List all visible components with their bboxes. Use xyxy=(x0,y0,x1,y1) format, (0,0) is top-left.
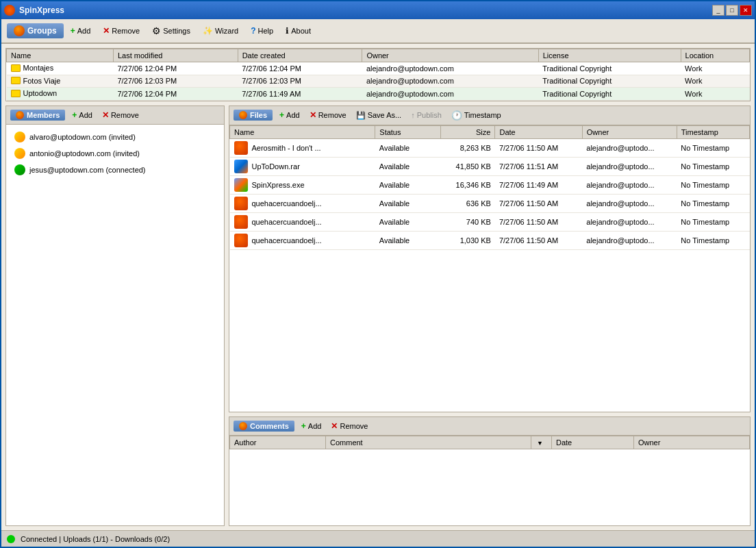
group-location-cell: Work xyxy=(681,88,749,101)
files-col-timestamp[interactable]: Timestamp xyxy=(677,125,749,138)
files-remove-icon: ✕ xyxy=(310,110,316,120)
files-col-name[interactable]: Name xyxy=(230,125,375,138)
file-status-cell: Available xyxy=(375,195,441,213)
file-name-cell: quehacercuandoelj... xyxy=(230,232,375,250)
minimize-button[interactable]: _ xyxy=(712,5,724,16)
members-title: Members xyxy=(10,110,65,121)
files-panel: Files + Add ✕ Remove 💾 Save As... xyxy=(229,105,751,413)
comments-remove-button[interactable]: ✕ Remove xyxy=(328,420,370,432)
member-item[interactable]: antonio@uptodown.com (invited) xyxy=(12,147,218,160)
group-license-cell: Traditional Copyright xyxy=(538,88,681,101)
files-col-date[interactable]: Date xyxy=(495,125,582,138)
files-save-as-button[interactable]: 💾 Save As... xyxy=(353,110,405,121)
file-status-cell: Available xyxy=(375,213,441,232)
comments-col-sort[interactable]: ▼ xyxy=(531,436,552,449)
files-table-row[interactable]: SpinXpress.exe Available 16,346 KB 7/27/… xyxy=(230,176,750,195)
file-size-cell: 636 KB xyxy=(440,195,495,213)
group-date-created-cell: 7/27/06 11:49 AM xyxy=(238,88,362,101)
file-owner-cell: alejandro@uptodo... xyxy=(582,158,677,176)
title-controls[interactable]: _ □ ✕ xyxy=(712,5,752,16)
file-date-cell: 7/27/06 11:50 AM xyxy=(495,138,582,158)
file-date-cell: 7/27/06 11:50 AM xyxy=(495,195,582,213)
file-name-cell: UpToDown.rar xyxy=(230,158,375,176)
group-date-created-cell: 7/27/06 12:04 PM xyxy=(238,62,362,75)
file-date-cell: 7/27/06 11:49 AM xyxy=(495,176,582,195)
files-col-owner[interactable]: Owner xyxy=(582,125,677,138)
group-last-modified-cell: 7/27/06 12:04 PM xyxy=(113,62,238,75)
help-icon: ? xyxy=(251,26,255,36)
file-name-cell: quehacercuandoelj... xyxy=(230,213,375,232)
file-date-cell: 7/27/06 11:51 AM xyxy=(495,158,582,176)
files-add-button[interactable]: + Add xyxy=(277,109,303,121)
files-remove-button[interactable]: ✕ Remove xyxy=(307,109,349,121)
settings-button[interactable]: ⚙ Settings xyxy=(147,23,196,38)
files-table-row[interactable]: quehacercuandoelj... Available 1,030 KB … xyxy=(230,232,750,250)
member-item[interactable]: jesus@uptodown.com (connected) xyxy=(12,163,218,177)
file-size-cell: 41,850 KB xyxy=(440,158,495,176)
file-status-cell: Available xyxy=(375,138,441,158)
files-icon xyxy=(239,111,247,119)
status-bar: Connected | Uploads (1/1) - Downloads (0… xyxy=(1,530,755,547)
col-location[interactable]: Location xyxy=(681,49,749,62)
members-list: alvaro@uptodown.com (invited) antonio@up… xyxy=(6,125,224,526)
remove-icon: ✕ xyxy=(103,26,110,36)
groups-table-row[interactable]: Uptodown 7/27/06 12:04 PM 7/27/06 11:49 … xyxy=(7,88,750,101)
maximize-button[interactable]: □ xyxy=(726,5,738,16)
file-owner-cell: alejandro@uptodo... xyxy=(582,213,677,232)
comments-panel: Comments + Add ✕ Remove xyxy=(229,416,751,526)
close-button[interactable]: ✕ xyxy=(740,5,752,16)
members-add-button[interactable]: + Add xyxy=(69,109,95,121)
col-date-created[interactable]: Date created xyxy=(238,49,362,62)
comments-col-comment[interactable]: Comment xyxy=(326,436,531,449)
groups-table-row[interactable]: Fotos Viaje 7/27/06 12:03 PM 7/27/06 12:… xyxy=(7,75,750,88)
col-last-modified[interactable]: Last modified xyxy=(113,49,238,62)
group-owner-cell: alejandro@uptodown.com xyxy=(362,75,538,88)
groups-label: Groups xyxy=(7,23,64,38)
files-add-icon: + xyxy=(279,110,284,120)
files-table-row[interactable]: quehacercuandoelj... Available 740 KB 7/… xyxy=(230,213,750,232)
app-icon xyxy=(4,5,15,16)
members-remove-button[interactable]: ✕ Remove xyxy=(99,109,142,121)
file-owner-cell: alejandro@uptodo... xyxy=(582,176,677,195)
wizard-button[interactable]: ✨ Wizard xyxy=(197,24,244,38)
files-table-row[interactable]: Aerosmith - I don't ... Available 8,263 … xyxy=(230,138,750,158)
bottom-panels: Members + Add ✕ Remove alvaro@uptodown.c… xyxy=(1,105,755,531)
member-email: alvaro@uptodown.com (invited) xyxy=(29,133,136,141)
file-date-cell: 7/27/06 11:50 AM xyxy=(495,213,582,232)
add-icon: + xyxy=(71,26,75,36)
comments-col-author[interactable]: Author xyxy=(230,436,326,449)
add-button[interactable]: + Add xyxy=(65,24,97,38)
groups-panel: Name Last modified Date created Owner Li… xyxy=(5,48,751,101)
col-license[interactable]: License xyxy=(538,49,681,62)
file-timestamp-cell: No Timestamp xyxy=(677,158,749,176)
file-status-cell: Available xyxy=(375,176,441,195)
group-license-cell: Traditional Copyright xyxy=(538,62,681,75)
comments-add-button[interactable]: + Add xyxy=(299,420,325,432)
help-button[interactable]: ? Help xyxy=(245,24,279,38)
member-item[interactable]: alvaro@uptodown.com (invited) xyxy=(12,130,218,144)
comments-remove-icon: ✕ xyxy=(331,421,338,431)
file-name-cell: Aerosmith - I don't ... xyxy=(230,139,375,158)
file-timestamp-cell: No Timestamp xyxy=(677,195,749,213)
col-owner[interactable]: Owner xyxy=(362,49,538,62)
comments-col-date[interactable]: Date xyxy=(552,436,634,449)
file-status-cell: Available xyxy=(375,232,441,250)
member-email: antonio@uptodown.com (invited) xyxy=(29,149,140,158)
about-button[interactable]: ℹ About xyxy=(280,24,316,38)
group-date-created-cell: 7/27/06 12:03 PM xyxy=(238,75,362,88)
file-name-cell: SpinXpress.exe xyxy=(230,176,375,195)
member-status-icon xyxy=(14,164,25,175)
col-name[interactable]: Name xyxy=(7,49,114,62)
groups-icon xyxy=(14,25,25,36)
files-publish-button[interactable]: ↑ Publish xyxy=(408,110,444,121)
groups-table-row[interactable]: Montajes 7/27/06 12:04 PM 7/27/06 12:04 … xyxy=(7,62,750,75)
files-col-size[interactable]: Size xyxy=(440,125,495,138)
files-table-row[interactable]: UpToDown.rar Available 41,850 KB 7/27/06… xyxy=(230,158,750,176)
files-title: Files xyxy=(234,110,273,121)
comments-col-owner[interactable]: Owner xyxy=(634,436,750,449)
files-table-row[interactable]: quehacercuandoelj... Available 636 KB 7/… xyxy=(230,195,750,213)
group-name-cell: Fotos Viaje xyxy=(7,75,114,88)
files-col-status[interactable]: Status xyxy=(375,125,441,138)
files-timestamp-button[interactable]: 🕐 Timestamp xyxy=(449,109,504,122)
remove-button[interactable]: ✕ Remove xyxy=(97,24,145,38)
